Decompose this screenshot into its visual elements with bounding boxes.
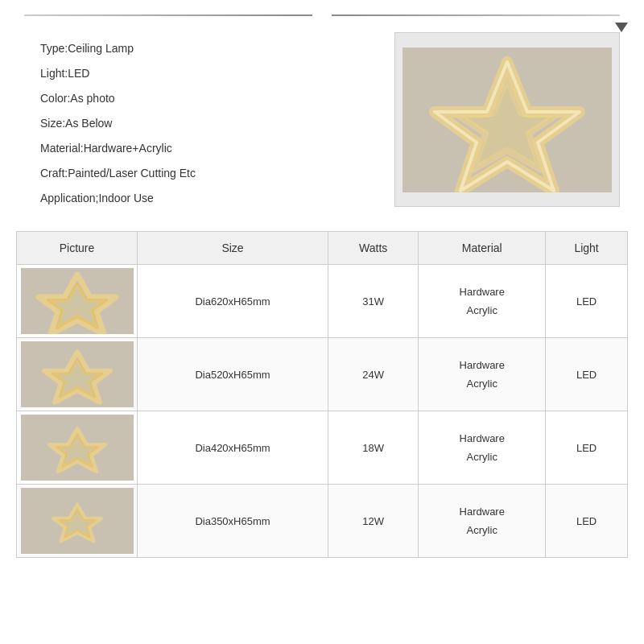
product-image-svg: [402, 47, 612, 192]
table-row: Dia520xH65mm 24W HardwareAcrylic LED: [17, 338, 628, 411]
light-cell: LED: [546, 485, 628, 558]
spec-item: Craft:Painted/Laser Cutting Etc: [40, 165, 378, 182]
light-cell: LED: [546, 338, 628, 411]
specs-section: Type:Ceiling LampLight:LEDColor:As photo…: [0, 24, 644, 223]
watts-cell: 24W: [328, 338, 418, 411]
thumb-svg: [21, 341, 134, 407]
star-thumbnail: [21, 415, 134, 481]
table-row: Dia620xH65mm 31W HardwareAcrylic LED: [17, 265, 628, 338]
specs-list: Type:Ceiling LampLight:LEDColor:As photo…: [40, 32, 378, 207]
page-header: [0, 0, 644, 24]
spec-item: Type:Ceiling Lamp: [40, 40, 378, 57]
watts-cell: 12W: [328, 485, 418, 558]
header-line-left: [24, 14, 312, 16]
col-header-size: Size: [138, 232, 328, 265]
dropdown-icon[interactable]: [615, 23, 628, 32]
watts-cell: 18W: [328, 411, 418, 485]
product-thumbnail-cell: [17, 485, 138, 558]
spec-item: Material:Hardware+Acrylic: [40, 140, 378, 157]
table-section: Picture Size Watts Material Light: [0, 223, 644, 574]
specs-table: Picture Size Watts Material Light: [16, 231, 628, 558]
size-cell: Dia420xH65mm: [138, 411, 328, 485]
light-cell: LED: [546, 265, 628, 338]
table-header-row: Picture Size Watts Material Light: [17, 232, 628, 265]
spec-item: Light:LED: [40, 65, 378, 82]
material-cell: HardwareAcrylic: [419, 265, 546, 338]
star-thumbnail: [21, 341, 134, 407]
size-cell: Dia350xH65mm: [138, 485, 328, 558]
thumb-svg: [21, 488, 134, 554]
spec-item: Color:As photo: [40, 90, 378, 107]
header-line-right: [332, 14, 620, 16]
watts-cell: 31W: [328, 265, 418, 338]
star-thumbnail: [21, 268, 134, 334]
col-header-light: Light: [546, 232, 628, 265]
spec-item: Application;Indoor Use: [40, 190, 378, 207]
col-header-picture: Picture: [17, 232, 138, 265]
product-image: [394, 32, 620, 207]
size-cell: Dia520xH65mm: [138, 338, 328, 411]
material-cell: HardwareAcrylic: [419, 411, 546, 485]
star-thumbnail: [21, 488, 134, 554]
col-header-material: Material: [419, 232, 546, 265]
table-row: Dia350xH65mm 12W HardwareAcrylic LED: [17, 485, 628, 558]
thumb-svg: [21, 268, 134, 334]
material-cell: HardwareAcrylic: [419, 485, 546, 558]
material-cell: HardwareAcrylic: [419, 338, 546, 411]
page: Type:Ceiling LampLight:LEDColor:As photo…: [0, 0, 644, 574]
header-section: [0, 0, 644, 24]
light-cell: LED: [546, 411, 628, 485]
size-cell: Dia620xH65mm: [138, 265, 328, 338]
product-thumbnail-cell: [17, 338, 138, 411]
product-thumbnail-cell: [17, 411, 138, 485]
table-row: Dia420xH65mm 18W HardwareAcrylic LED: [17, 411, 628, 485]
product-thumbnail-cell: [17, 265, 138, 338]
col-header-watts: Watts: [328, 232, 418, 265]
spec-item: Size:As Below: [40, 115, 378, 132]
thumb-svg: [21, 415, 134, 481]
